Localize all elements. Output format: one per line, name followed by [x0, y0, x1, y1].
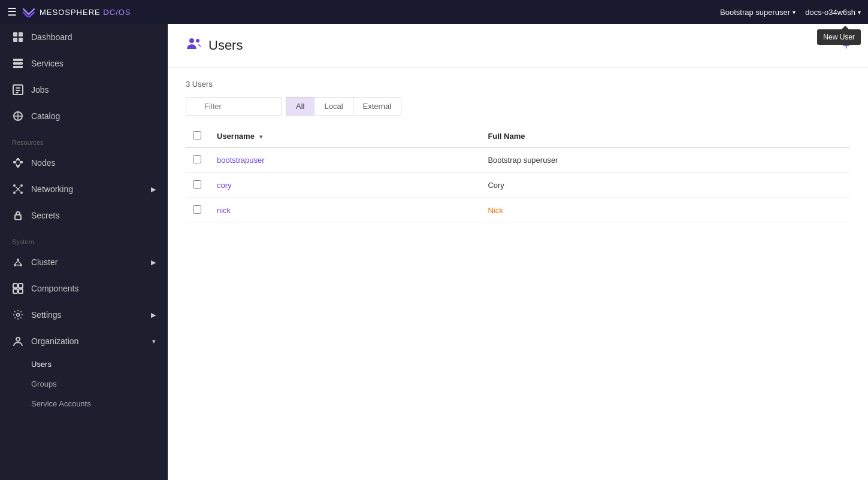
row-checkbox[interactable]	[193, 180, 201, 189]
sidebar-sub-item-users[interactable]: Users	[0, 354, 168, 374]
svg-rect-0	[13, 32, 17, 37]
header-username: Username ▾	[210, 125, 480, 148]
settings-chevron-icon: ▶	[151, 311, 156, 319]
username-cell[interactable]: nick	[210, 198, 480, 223]
user-dropdown[interactable]: Bootstrap superuser ▾	[720, 8, 796, 17]
sidebar-item-secrets[interactable]: Secrets	[0, 202, 168, 229]
networking-icon	[12, 183, 24, 195]
svg-rect-4	[13, 59, 23, 61]
sub-item-groups-label: Groups	[31, 379, 57, 388]
svg-rect-5	[13, 62, 23, 65]
cluster-chevron-icon: ▶	[151, 259, 156, 266]
filter-tabs-row: ⌕ All Local External	[186, 97, 850, 116]
svg-rect-2	[13, 38, 17, 42]
sidebar-label-jobs: Jobs	[31, 85, 49, 95]
svg-line-21	[19, 162, 20, 166]
sidebar-label-cluster: Cluster	[31, 257, 58, 267]
fullname-cell: Nick	[480, 198, 850, 223]
tab-local[interactable]: Local	[314, 97, 353, 116]
sidebar-item-jobs[interactable]: Jobs	[0, 77, 168, 103]
catalog-icon	[12, 110, 24, 122]
svg-rect-8	[16, 87, 20, 89]
filter-input[interactable]	[186, 97, 282, 116]
page-header: Users +	[168, 24, 868, 68]
sidebar-label-networking: Networking	[31, 184, 73, 194]
svg-line-18	[16, 159, 17, 162]
users-tbody: bootstrapuserBootstrap superusercoryCory…	[186, 148, 850, 223]
logo: MESOSPHERE DC/OS	[22, 7, 131, 17]
components-icon	[12, 282, 24, 294]
sidebar-item-organization[interactable]: Organization ▾	[0, 328, 168, 354]
svg-rect-3	[19, 38, 23, 42]
svg-rect-14	[13, 161, 16, 163]
sidebar-label-organization: Organization	[31, 336, 78, 346]
sidebar-item-nodes[interactable]: Nodes	[0, 150, 168, 176]
sidebar-item-dashboard[interactable]: Dashboard	[0, 24, 168, 50]
sidebar-sub-item-groups[interactable]: Groups	[0, 374, 168, 394]
svg-rect-16	[17, 165, 19, 168]
system-section-label: System	[0, 229, 168, 249]
sidebar-item-catalog[interactable]: Catalog	[0, 103, 168, 129]
svg-point-22	[17, 188, 19, 190]
svg-point-45	[196, 39, 199, 42]
top-nav-right: Bootstrap superuser ▾ docs-o34w6sh ▾ New…	[720, 8, 861, 17]
page-title: Users	[208, 38, 243, 53]
svg-rect-10	[16, 92, 19, 93]
svg-point-44	[189, 38, 194, 43]
tab-external[interactable]: External	[353, 97, 402, 116]
nodes-icon	[12, 157, 24, 169]
username-cell[interactable]: bootstrapuser	[210, 148, 480, 173]
hamburger-menu[interactable]: ☰	[7, 5, 17, 19]
sidebar-label-settings: Settings	[31, 310, 62, 320]
users-page-icon	[186, 36, 201, 55]
svg-point-43	[16, 338, 20, 341]
svg-line-27	[16, 187, 17, 188]
sidebar-item-networking[interactable]: Networking ▶	[0, 176, 168, 202]
tab-all[interactable]: All	[286, 97, 314, 116]
svg-point-23	[13, 184, 16, 187]
sidebar-item-services[interactable]: Services	[0, 50, 168, 77]
organization-icon	[12, 335, 24, 347]
resources-section-label: Resources	[0, 129, 168, 150]
svg-line-20	[19, 159, 20, 162]
row-checkbox[interactable]	[193, 205, 201, 214]
username-cell[interactable]: cory	[210, 173, 480, 198]
svg-rect-31	[15, 215, 21, 220]
svg-rect-41	[19, 289, 23, 293]
sidebar-item-cluster[interactable]: Cluster ▶	[0, 249, 168, 275]
svg-point-26	[20, 192, 23, 194]
svg-rect-6	[13, 66, 23, 68]
table-row: coryCory	[186, 173, 850, 198]
svg-point-25	[13, 192, 16, 194]
svg-line-19	[16, 162, 17, 166]
app-body: Dashboard Services Jobs Catalog Resource…	[0, 24, 868, 480]
top-nav: ☰ MESOSPHERE DC/OS Bootstrap superuser ▾…	[0, 0, 868, 24]
organization-chevron-icon: ▾	[152, 338, 156, 345]
content-body: 3 Users ⌕ All Local External	[168, 68, 868, 235]
row-checkbox[interactable]	[193, 155, 201, 163]
header-fullname: Full Name	[480, 125, 850, 148]
cluster-dropdown[interactable]: docs-o34w6sh ▾	[805, 8, 861, 17]
table-header: Username ▾ Full Name	[186, 125, 850, 148]
sidebar-sub-item-service-accounts[interactable]: Service Accounts	[0, 394, 168, 414]
networking-chevron-icon: ▶	[151, 186, 156, 193]
dashboard-icon	[12, 31, 24, 43]
sidebar: Dashboard Services Jobs Catalog Resource…	[0, 24, 168, 480]
sidebar-item-settings[interactable]: Settings ▶	[0, 302, 168, 328]
svg-rect-15	[17, 158, 19, 160]
sub-item-service-accounts-label: Service Accounts	[31, 399, 91, 408]
top-nav-left: ☰ MESOSPHERE DC/OS	[7, 5, 131, 19]
mesosphere-logo-icon	[22, 7, 36, 17]
sidebar-label-catalog: Catalog	[31, 111, 60, 121]
svg-point-32	[17, 259, 19, 261]
row-checkbox-cell	[186, 173, 210, 198]
sort-indicator-icon: ▾	[259, 133, 262, 140]
fullname-cell: Bootstrap superuser	[480, 148, 850, 173]
header-checkbox-col	[186, 125, 210, 148]
filter-input-wrapper: ⌕	[186, 97, 282, 116]
svg-line-30	[19, 190, 20, 192]
jobs-icon	[12, 84, 24, 96]
select-all-checkbox[interactable]	[193, 131, 201, 139]
sidebar-item-components[interactable]: Components	[0, 275, 168, 302]
svg-line-28	[19, 187, 20, 188]
